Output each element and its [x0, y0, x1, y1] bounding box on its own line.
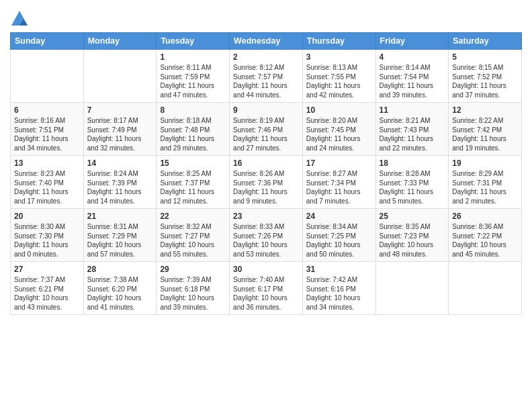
day-info: Sunrise: 8:34 AM Sunset: 7:25 PM Dayligh…: [306, 222, 372, 259]
calendar-cell: 28Sunrise: 7:38 AM Sunset: 6:20 PM Dayli…: [83, 262, 157, 315]
day-number: 4: [380, 52, 445, 62]
day-info: Sunrise: 8:30 AM Sunset: 7:30 PM Dayligh…: [14, 222, 80, 259]
day-number: 9: [233, 105, 299, 115]
day-info: Sunrise: 8:32 AM Sunset: 7:27 PM Dayligh…: [160, 222, 226, 259]
day-info: Sunrise: 8:33 AM Sunset: 7:26 PM Dayligh…: [233, 222, 299, 259]
day-number: 24: [306, 212, 372, 221]
day-number: 2: [233, 52, 299, 62]
day-info: Sunrise: 8:12 AM Sunset: 7:57 PM Dayligh…: [233, 63, 299, 99]
day-info: Sunrise: 8:20 AM Sunset: 7:45 PM Dayligh…: [306, 116, 372, 152]
day-info: Sunrise: 7:38 AM Sunset: 6:20 PM Dayligh…: [87, 275, 153, 312]
day-number: 16: [233, 158, 299, 168]
day-number: 13: [14, 158, 80, 168]
day-number: 28: [87, 265, 153, 274]
calendar-cell: 13Sunrise: 8:23 AM Sunset: 7:40 PM Dayli…: [11, 156, 84, 209]
calendar-cell: 1Sunrise: 8:11 AM Sunset: 7:59 PM Daylig…: [157, 50, 230, 103]
day-number: 20: [14, 212, 80, 221]
day-number: 6: [14, 105, 80, 115]
day-info: Sunrise: 8:17 AM Sunset: 7:49 PM Dayligh…: [87, 116, 153, 152]
day-number: 15: [160, 158, 226, 168]
day-number: 31: [306, 265, 372, 274]
day-number: 26: [452, 212, 518, 221]
calendar-cell: 27Sunrise: 7:37 AM Sunset: 6:21 PM Dayli…: [11, 262, 84, 315]
day-info: Sunrise: 8:29 AM Sunset: 7:31 PM Dayligh…: [452, 169, 518, 205]
day-number: 18: [380, 158, 445, 168]
weekday-header-wednesday: Wednesday: [230, 33, 303, 50]
calendar-cell: 6Sunrise: 8:16 AM Sunset: 7:51 PM Daylig…: [11, 103, 84, 156]
page: SundayMondayTuesdayWednesdayThursdayFrid…: [0, 0, 532, 411]
day-number: 14: [87, 158, 153, 168]
calendar-cell: 30Sunrise: 7:40 AM Sunset: 6:17 PM Dayli…: [230, 262, 303, 315]
week-row-4: 27Sunrise: 7:37 AM Sunset: 6:21 PM Dayli…: [11, 262, 522, 315]
calendar-cell: 7Sunrise: 8:17 AM Sunset: 7:49 PM Daylig…: [83, 103, 157, 156]
calendar-cell: 18Sunrise: 8:28 AM Sunset: 7:33 PM Dayli…: [375, 156, 449, 209]
day-number: 5: [452, 52, 518, 62]
day-info: Sunrise: 8:22 AM Sunset: 7:42 PM Dayligh…: [452, 116, 518, 152]
day-info: Sunrise: 8:28 AM Sunset: 7:33 PM Dayligh…: [380, 169, 445, 205]
day-info: Sunrise: 8:24 AM Sunset: 7:39 PM Dayligh…: [87, 169, 153, 205]
calendar-cell: [83, 50, 157, 103]
day-info: Sunrise: 8:25 AM Sunset: 7:37 PM Dayligh…: [160, 169, 226, 205]
calendar-cell: 20Sunrise: 8:30 AM Sunset: 7:30 PM Dayli…: [11, 209, 84, 262]
calendar-cell: [449, 262, 522, 315]
week-row-1: 6Sunrise: 8:16 AM Sunset: 7:51 PM Daylig…: [11, 103, 522, 156]
day-number: 12: [452, 105, 518, 115]
calendar-cell: 29Sunrise: 7:39 AM Sunset: 6:18 PM Dayli…: [157, 262, 230, 315]
calendar-cell: 8Sunrise: 8:18 AM Sunset: 7:48 PM Daylig…: [157, 103, 230, 156]
day-number: 22: [160, 212, 226, 221]
day-info: Sunrise: 8:16 AM Sunset: 7:51 PM Dayligh…: [14, 116, 80, 152]
calendar-cell: 22Sunrise: 8:32 AM Sunset: 7:27 PM Dayli…: [157, 209, 230, 262]
day-number: 23: [233, 212, 299, 221]
day-number: 30: [233, 265, 299, 274]
day-info: Sunrise: 8:14 AM Sunset: 7:54 PM Dayligh…: [380, 63, 445, 99]
weekday-header-saturday: Saturday: [449, 33, 522, 50]
day-number: 11: [380, 105, 445, 115]
day-info: Sunrise: 8:18 AM Sunset: 7:48 PM Dayligh…: [160, 116, 226, 152]
calendar-cell: 17Sunrise: 8:27 AM Sunset: 7:34 PM Dayli…: [302, 156, 375, 209]
day-info: Sunrise: 8:27 AM Sunset: 7:34 PM Dayligh…: [306, 169, 372, 205]
calendar-cell: 23Sunrise: 8:33 AM Sunset: 7:26 PM Dayli…: [230, 209, 303, 262]
day-number: 29: [160, 265, 226, 274]
day-number: 7: [87, 105, 153, 115]
calendar-cell: 16Sunrise: 8:26 AM Sunset: 7:36 PM Dayli…: [230, 156, 303, 209]
week-row-3: 20Sunrise: 8:30 AM Sunset: 7:30 PM Dayli…: [11, 209, 522, 262]
calendar-cell: 11Sunrise: 8:21 AM Sunset: 7:43 PM Dayli…: [375, 103, 449, 156]
day-number: 8: [160, 105, 226, 115]
calendar-cell: 9Sunrise: 8:19 AM Sunset: 7:46 PM Daylig…: [230, 103, 303, 156]
calendar-cell: 19Sunrise: 8:29 AM Sunset: 7:31 PM Dayli…: [449, 156, 522, 209]
weekday-header-thursday: Thursday: [302, 33, 375, 50]
day-info: Sunrise: 7:37 AM Sunset: 6:21 PM Dayligh…: [14, 275, 80, 312]
header: [10, 7, 522, 28]
calendar-cell: 24Sunrise: 8:34 AM Sunset: 7:25 PM Dayli…: [302, 209, 375, 262]
weekday-header-monday: Monday: [83, 33, 157, 50]
calendar-cell: 5Sunrise: 8:15 AM Sunset: 7:52 PM Daylig…: [449, 50, 522, 103]
week-row-2: 13Sunrise: 8:23 AM Sunset: 7:40 PM Dayli…: [11, 156, 522, 209]
weekday-header-friday: Friday: [375, 33, 449, 50]
day-number: 19: [452, 158, 518, 168]
day-number: 17: [306, 158, 372, 168]
calendar-cell: 21Sunrise: 8:31 AM Sunset: 7:29 PM Dayli…: [83, 209, 157, 262]
day-info: Sunrise: 8:13 AM Sunset: 7:55 PM Dayligh…: [306, 63, 372, 99]
day-info: Sunrise: 8:31 AM Sunset: 7:29 PM Dayligh…: [87, 222, 153, 259]
calendar-cell: 15Sunrise: 8:25 AM Sunset: 7:37 PM Dayli…: [157, 156, 230, 209]
day-info: Sunrise: 8:36 AM Sunset: 7:22 PM Dayligh…: [452, 222, 518, 259]
calendar-cell: 3Sunrise: 8:13 AM Sunset: 7:55 PM Daylig…: [302, 50, 375, 103]
calendar-cell: 31Sunrise: 7:42 AM Sunset: 6:16 PM Dayli…: [302, 262, 375, 315]
calendar-cell: 26Sunrise: 8:36 AM Sunset: 7:22 PM Dayli…: [449, 209, 522, 262]
logo: [10, 9, 30, 28]
calendar-cell: 10Sunrise: 8:20 AM Sunset: 7:45 PM Dayli…: [302, 103, 375, 156]
day-info: Sunrise: 8:35 AM Sunset: 7:23 PM Dayligh…: [380, 222, 445, 259]
day-info: Sunrise: 7:39 AM Sunset: 6:18 PM Dayligh…: [160, 275, 226, 312]
day-info: Sunrise: 8:26 AM Sunset: 7:36 PM Dayligh…: [233, 169, 299, 205]
calendar-cell: 25Sunrise: 8:35 AM Sunset: 7:23 PM Dayli…: [375, 209, 449, 262]
day-number: 21: [87, 212, 153, 221]
week-row-0: 1Sunrise: 8:11 AM Sunset: 7:59 PM Daylig…: [11, 50, 522, 103]
day-info: Sunrise: 8:11 AM Sunset: 7:59 PM Dayligh…: [160, 63, 226, 99]
calendar-cell: 14Sunrise: 8:24 AM Sunset: 7:39 PM Dayli…: [83, 156, 157, 209]
calendar: SundayMondayTuesdayWednesdayThursdayFrid…: [10, 32, 522, 315]
weekday-header-sunday: Sunday: [11, 33, 84, 50]
day-info: Sunrise: 8:19 AM Sunset: 7:46 PM Dayligh…: [233, 116, 299, 152]
calendar-cell: 12Sunrise: 8:22 AM Sunset: 7:42 PM Dayli…: [449, 103, 522, 156]
weekday-header-row: SundayMondayTuesdayWednesdayThursdayFrid…: [11, 33, 522, 50]
day-info: Sunrise: 7:40 AM Sunset: 6:17 PM Dayligh…: [233, 275, 299, 312]
